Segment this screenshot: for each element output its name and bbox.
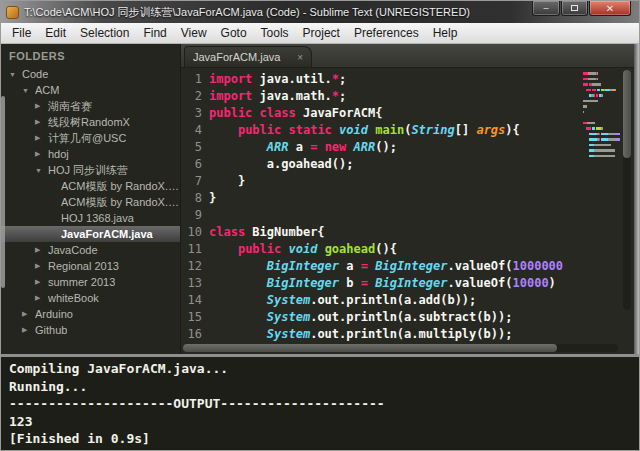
code-line-9 (209, 207, 634, 224)
tab-bar: JavaForACM.java × (181, 44, 634, 68)
tree-item-hoj-1368-java[interactable]: HOJ 1368.java (1, 210, 180, 226)
code-line-8: } (209, 190, 634, 207)
code-line-4: public static void main(String[] args){ (209, 122, 634, 139)
tree-item-whitebook[interactable]: ▶whiteBook (1, 290, 180, 306)
line-number: 8 (181, 190, 202, 207)
minimap-line (583, 155, 621, 158)
menu-goto[interactable]: Goto (214, 24, 254, 42)
window-controls: – ✕ (532, 1, 631, 16)
folder-collapsed-icon[interactable]: ▶ (35, 278, 43, 286)
menu-help[interactable]: Help (426, 24, 465, 42)
tree-item-acm[interactable]: ▼ACM (1, 82, 180, 98)
minimap-line (583, 72, 621, 75)
tree-item-label: JavaForACM.java (61, 228, 153, 240)
minimap-line (583, 122, 621, 125)
menu-find[interactable]: Find (136, 24, 173, 42)
close-button[interactable]: ✕ (589, 1, 631, 16)
folder-collapsed-icon[interactable]: ▶ (35, 150, 43, 158)
horizontal-scrollbar-thumb[interactable] (183, 344, 557, 352)
console-line: Compiling JavaForACM.java... (9, 360, 639, 378)
folder-collapsed-icon[interactable]: ▶ (22, 310, 30, 318)
minimize-icon: – (543, 3, 548, 13)
folder-collapsed-icon[interactable]: ▶ (22, 326, 30, 334)
minimap-line (583, 149, 621, 152)
menu-tools[interactable]: Tools (254, 24, 296, 42)
line-number: 5 (181, 139, 202, 156)
tree-item-regional-2013[interactable]: ▶Regional 2013 (1, 258, 180, 274)
code-line-15: System.out.println(a.subtract(b)); (209, 309, 634, 326)
tree-item-javaforacm-java[interactable]: JavaForACM.java (1, 226, 180, 242)
line-number: 11 (181, 241, 202, 258)
menu-project[interactable]: Project (296, 24, 347, 42)
tree-item-线段树randomx[interactable]: ▶线段树RandomX (1, 114, 180, 130)
minimap-line (583, 144, 621, 147)
folder-collapsed-icon[interactable]: ▶ (35, 262, 43, 270)
folder-collapsed-icon[interactable]: ▶ (35, 102, 43, 110)
tree-item-acm模版-by-randox-pdf[interactable]: ACM模版 by RandoX.pdf (1, 194, 180, 210)
app-icon (6, 6, 19, 19)
folder-expanded-icon[interactable]: ▼ (9, 71, 17, 78)
line-number: 12 (181, 258, 202, 275)
editor-pane: JavaForACM.java × 1234567891011121314151… (181, 44, 634, 354)
tree-item-label: 计算几何@USC (48, 131, 126, 146)
tree-item-hoj-同步训练营[interactable]: ▼HOJ 同步训练营 (1, 162, 180, 178)
tree-item-javacode[interactable]: ▶JavaCode (1, 242, 180, 258)
folder-collapsed-icon[interactable]: ▶ (35, 294, 43, 302)
minimap-line (583, 89, 621, 92)
folder-expanded-icon[interactable]: ▼ (35, 167, 43, 174)
tree-item-code[interactable]: ▼Code (1, 66, 180, 82)
console-line: 123 (9, 413, 639, 431)
title-bar: T:\Code\ACM\HOJ 同步训练营\JavaForACM.java (C… (1, 1, 639, 23)
tree-item-label: whiteBook (48, 292, 99, 304)
sublime-text-window: T:\Code\ACM\HOJ 同步训练营\JavaForACM.java (C… (0, 0, 640, 451)
folders-header: FOLDERS (1, 44, 180, 66)
build-output: Compiling JavaForACM.java...Running...--… (1, 354, 639, 450)
menu-bar: FileEditSelectionFindViewGotoToolsProjec… (1, 23, 639, 44)
menu-preferences[interactable]: Preferences (347, 24, 426, 42)
folder-expanded-icon[interactable]: ▼ (22, 87, 30, 94)
main-area: FOLDERS ▼Code▼ACM▶湖南省赛▶线段树RandomX▶计算几何@U… (1, 44, 639, 354)
menu-selection[interactable]: Selection (73, 24, 136, 42)
menu-edit[interactable]: Edit (38, 24, 73, 42)
code-line-5: ARR a = new ARR(); (209, 139, 634, 156)
tree-item-label: 湖南省赛 (48, 99, 92, 114)
tree-item-label: 线段树RandomX (48, 115, 130, 130)
folder-collapsed-icon[interactable]: ▶ (35, 246, 43, 254)
menu-file[interactable]: File (5, 24, 38, 42)
window-frame-edge (634, 44, 639, 354)
folder-tree: ▼Code▼ACM▶湖南省赛▶线段树RandomX▶计算几何@USC▶hdoj▼… (1, 66, 180, 338)
line-number: 6 (181, 156, 202, 173)
minimap-line (583, 105, 621, 108)
horizontal-scrollbar[interactable] (183, 344, 618, 352)
tree-item-arduino[interactable]: ▶Arduino (1, 306, 180, 322)
minimap-line (583, 116, 621, 119)
minimap-line (583, 133, 621, 136)
code-line-11: public void goahead(){ (209, 241, 634, 258)
folder-collapsed-icon[interactable]: ▶ (35, 118, 43, 126)
tree-item-计算几何-usc[interactable]: ▶计算几何@USC (1, 130, 180, 146)
tree-item-湖南省赛[interactable]: ▶湖南省赛 (1, 98, 180, 114)
tree-item-github[interactable]: ▶Github (1, 322, 180, 338)
tree-item-label: hdoj (48, 148, 69, 160)
line-number: 10 (181, 224, 202, 241)
folder-collapsed-icon[interactable]: ▶ (35, 134, 43, 142)
maximize-icon (571, 5, 578, 11)
vertical-scrollbar-thumb[interactable] (623, 70, 631, 158)
minimap[interactable] (583, 72, 621, 157)
window-title: T:\Code\ACM\HOJ 同步训练营\JavaForACM.java (C… (24, 5, 470, 20)
vertical-scrollbar[interactable] (623, 70, 631, 310)
minimap-line (583, 78, 621, 81)
minimize-button[interactable]: – (532, 1, 560, 16)
line-number: 15 (181, 309, 202, 326)
tree-item-hdoj[interactable]: ▶hdoj (1, 146, 180, 162)
line-numbers: 12345678910111213141516 (181, 71, 209, 354)
console-line: [Finished in 0.9s] (9, 430, 639, 448)
sidebar-scrollbar[interactable] (1, 96, 5, 288)
tree-item-acm模版-by-randox-doc[interactable]: ACM模版 by RandoX.doc (1, 178, 180, 194)
menu-view[interactable]: View (174, 24, 214, 42)
tree-item-summer-2013[interactable]: ▶summer 2013 (1, 274, 180, 290)
tab-close-icon[interactable]: × (297, 52, 303, 63)
tab-javaforacm[interactable]: JavaForACM.java × (184, 46, 312, 67)
code-editor[interactable]: 12345678910111213141516 import java.util… (181, 68, 634, 354)
maximize-button[interactable] (561, 1, 588, 16)
